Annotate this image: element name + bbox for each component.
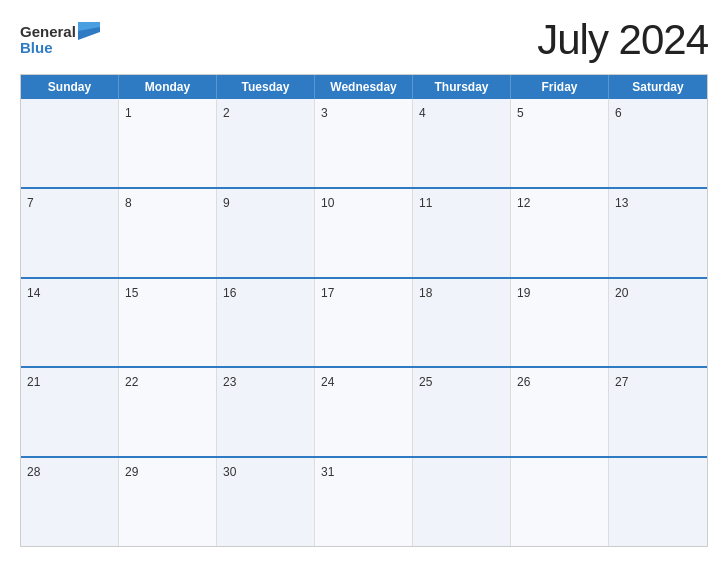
calendar-body: 1 2 3 4 5 6 7 8 9 10 11 12 13 14 15 16 <box>21 99 707 546</box>
cell-empty-4 <box>609 458 707 546</box>
header-saturday: Saturday <box>609 75 707 99</box>
cell-day-13: 13 <box>609 189 707 277</box>
calendar-grid: Sunday Monday Tuesday Wednesday Thursday… <box>20 74 708 547</box>
calendar-header: Sunday Monday Tuesday Wednesday Thursday… <box>21 75 707 99</box>
cell-empty-2 <box>413 458 511 546</box>
cell-day-17: 17 <box>315 279 413 367</box>
cell-empty-3 <box>511 458 609 546</box>
cell-day-28: 28 <box>21 458 119 546</box>
logo-row-top: General <box>20 24 100 41</box>
cell-day-6: 6 <box>609 99 707 187</box>
cell-day-15: 15 <box>119 279 217 367</box>
cell-day-16: 16 <box>217 279 315 367</box>
logo: General Blue <box>20 24 100 57</box>
cell-day-8: 8 <box>119 189 217 277</box>
week-2: 7 8 9 10 11 12 13 <box>21 187 707 277</box>
logo-stack: General Blue <box>20 24 100 57</box>
cell-day-26: 26 <box>511 368 609 456</box>
logo-general-text: General <box>20 24 76 41</box>
page-header: General Blue July 2024 <box>20 16 708 64</box>
cell-day-31: 31 <box>315 458 413 546</box>
cell-empty-1 <box>21 99 119 187</box>
cell-day-21: 21 <box>21 368 119 456</box>
cell-day-27: 27 <box>609 368 707 456</box>
cell-day-29: 29 <box>119 458 217 546</box>
cell-day-25: 25 <box>413 368 511 456</box>
week-3: 14 15 16 17 18 19 20 <box>21 277 707 367</box>
cell-day-12: 12 <box>511 189 609 277</box>
cell-day-2: 2 <box>217 99 315 187</box>
header-tuesday: Tuesday <box>217 75 315 99</box>
header-friday: Friday <box>511 75 609 99</box>
cell-day-30: 30 <box>217 458 315 546</box>
header-sunday: Sunday <box>21 75 119 99</box>
calendar-page: General Blue July 2024 Sunday Monday Tue… <box>0 0 728 563</box>
week-1: 1 2 3 4 5 6 <box>21 99 707 187</box>
cell-day-23: 23 <box>217 368 315 456</box>
cell-day-10: 10 <box>315 189 413 277</box>
cell-day-1: 1 <box>119 99 217 187</box>
cell-day-7: 7 <box>21 189 119 277</box>
logo-blue-text: Blue <box>20 40 53 57</box>
cell-day-20: 20 <box>609 279 707 367</box>
cell-day-3: 3 <box>315 99 413 187</box>
cell-day-5: 5 <box>511 99 609 187</box>
cell-day-19: 19 <box>511 279 609 367</box>
header-thursday: Thursday <box>413 75 511 99</box>
cell-day-14: 14 <box>21 279 119 367</box>
cell-day-18: 18 <box>413 279 511 367</box>
logo-flag-icon <box>78 22 100 40</box>
week-4: 21 22 23 24 25 26 27 <box>21 366 707 456</box>
cell-day-4: 4 <box>413 99 511 187</box>
cell-day-9: 9 <box>217 189 315 277</box>
logo-row-bottom: Blue <box>20 40 53 57</box>
cell-day-24: 24 <box>315 368 413 456</box>
cell-day-11: 11 <box>413 189 511 277</box>
cell-day-22: 22 <box>119 368 217 456</box>
week-5: 28 29 30 31 <box>21 456 707 546</box>
header-wednesday: Wednesday <box>315 75 413 99</box>
month-title: July 2024 <box>537 16 708 64</box>
header-monday: Monday <box>119 75 217 99</box>
